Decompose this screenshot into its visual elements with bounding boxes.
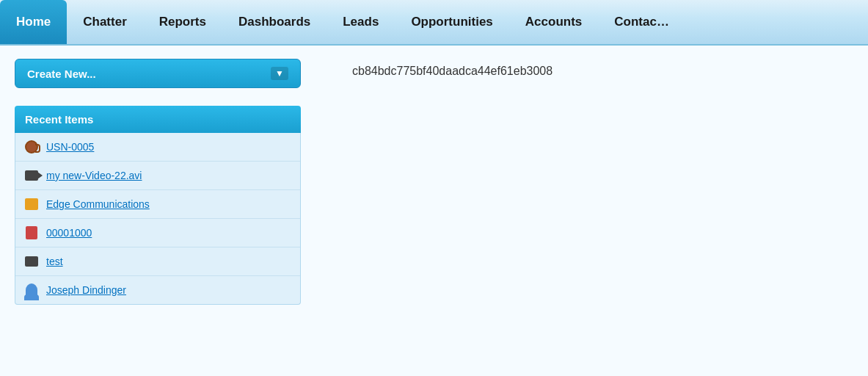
list-item: test: [15, 247, 300, 276]
person-icon: [24, 283, 39, 297]
hash-value: cb84bdc775bf40daadca44ef61eb3008: [352, 65, 552, 77]
list-item: USN-0005: [15, 133, 300, 162]
nav-item-chatter[interactable]: Chatter: [67, 0, 143, 44]
list-item: 00001000: [15, 219, 300, 247]
nav-item-accounts[interactable]: Accounts: [509, 0, 598, 44]
document-icon: [24, 225, 39, 240]
navbar: Home Chatter Reports Dashboards Leads Op…: [0, 0, 868, 46]
monitor-icon: [24, 254, 39, 269]
dropdown-arrow-icon: ▼: [271, 67, 288, 80]
recent-items-header: Recent Items: [15, 106, 301, 133]
nav-item-opportunities[interactable]: Opportunities: [395, 0, 508, 44]
create-new-label: Create New...: [27, 68, 96, 80]
nav-item-contacts[interactable]: Contac…: [598, 0, 685, 44]
recent-item-test[interactable]: test: [46, 256, 63, 267]
account-icon: [24, 197, 39, 212]
recent-item-video[interactable]: my new-Video-22.avi: [46, 170, 142, 181]
main-content: Create New... ▼ Recent Items USN-0005 my…: [0, 46, 868, 376]
nav-item-dashboards[interactable]: Dashboards: [222, 0, 327, 44]
video-icon: [24, 168, 39, 183]
list-item: my new-Video-22.avi: [15, 162, 300, 190]
create-new-button[interactable]: Create New... ▼: [15, 59, 301, 88]
recent-item-usn[interactable]: USN-0005: [46, 141, 94, 153]
coffee-icon: [24, 140, 39, 154]
recent-item-edge[interactable]: Edge Communications: [46, 198, 150, 210]
sidebar: Create New... ▼ Recent Items USN-0005 my…: [15, 59, 330, 363]
list-item: Joseph Dindinger: [15, 276, 300, 304]
recent-items-list: USN-0005 my new-Video-22.avi Edge Commun…: [15, 133, 301, 305]
nav-item-leads[interactable]: Leads: [327, 0, 395, 44]
recent-item-doc[interactable]: 00001000: [46, 227, 92, 239]
nav-item-home[interactable]: Home: [0, 0, 67, 44]
recent-items-section: Recent Items USN-0005 my new-Video-22.av…: [15, 106, 330, 305]
main-area: cb84bdc775bf40daadca44ef61eb3008: [345, 59, 853, 363]
recent-item-person[interactable]: Joseph Dindinger: [46, 284, 126, 296]
nav-item-reports[interactable]: Reports: [143, 0, 222, 44]
list-item: Edge Communications: [15, 190, 300, 219]
